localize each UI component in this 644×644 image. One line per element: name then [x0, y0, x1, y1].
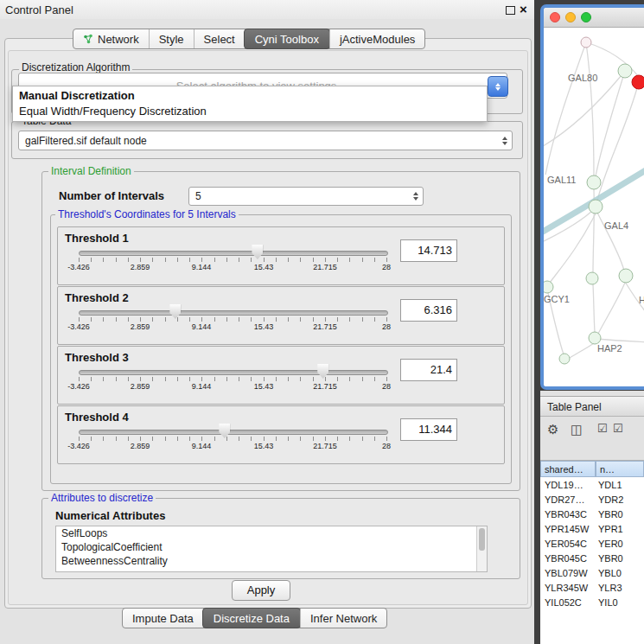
network-node[interactable]: [586, 272, 598, 284]
network-graph: GAL80 GAL11 GAL4 GCY1 HAP2 H: [544, 28, 644, 390]
table-row[interactable]: YBL079WYBL0: [540, 565, 644, 580]
cell[interactable]: YDL19…: [540, 480, 596, 490]
algorithm-option-equal-width[interactable]: Equal Width/Frequency Discretization: [13, 104, 487, 119]
cell[interactable]: YIL052C: [540, 597, 596, 608]
table-row[interactable]: YIL052CYIL0: [540, 595, 644, 609]
tab-infer-network[interactable]: Infer Network: [300, 609, 386, 628]
attributes-scrollbar[interactable]: [476, 526, 487, 571]
close-icon[interactable]: ×: [520, 2, 527, 16]
table-data-stepper-icon[interactable]: [502, 137, 507, 145]
cell[interactable]: YBR045C: [540, 553, 596, 564]
table-row[interactable]: YDR27…YDR2: [540, 492, 644, 507]
tab-style[interactable]: Style: [149, 29, 194, 48]
network-node[interactable]: [559, 354, 570, 364]
minimize-traffic-light[interactable]: [565, 12, 576, 22]
scale-label: 2.859: [131, 263, 150, 271]
network-node[interactable]: [618, 64, 632, 78]
scale-label: 28: [382, 382, 391, 391]
tab-jactivemodules[interactable]: jActiveModules: [329, 29, 424, 48]
tab-discretize-data-label: Discretize Data: [214, 612, 290, 625]
tab-select[interactable]: Select: [194, 29, 245, 48]
scale-label: -3.426: [67, 442, 90, 450]
network-canvas[interactable]: GAL80 GAL11 GAL4 GCY1 HAP2 H: [544, 28, 644, 386]
table-data-combobox[interactable]: galFiltered.sif default node: [18, 131, 513, 150]
columns-icon[interactable]: ◫: [571, 422, 583, 437]
cell[interactable]: YBR0: [596, 509, 644, 520]
cell[interactable]: YER0: [596, 539, 644, 549]
table-row[interactable]: YLR345WYLR3: [540, 580, 644, 595]
selected-red-node[interactable]: [632, 75, 644, 89]
zoom-traffic-light[interactable]: [581, 12, 591, 22]
algorithm-option-manual[interactable]: Manual Discretization: [13, 88, 487, 104]
select-all-checkbox-icon[interactable]: ☑: [597, 422, 608, 435]
table-panel-section: Table Panel ⚙ ◫ ☑ ☑ shared… n… YDL19…YDL…: [540, 391, 644, 644]
threshold-2-value-field[interactable]: 6.316: [400, 299, 457, 322]
cell[interactable]: YIL0: [596, 597, 644, 608]
cell[interactable]: YBR043C: [540, 509, 596, 520]
float-window-icon[interactable]: [506, 6, 515, 15]
bottom-tabstrip: Impute Data Discretize Data Infer Networ…: [122, 608, 387, 628]
table-row[interactable]: YPR145WYPR1: [540, 521, 644, 536]
scale-label: 2.859: [131, 442, 150, 450]
table-row[interactable]: YBR045CYBR0: [540, 551, 644, 565]
network-window-titlebar[interactable]: [544, 8, 644, 28]
node-label-partial: H: [639, 295, 644, 305]
threshold-3-slider-track[interactable]: [79, 370, 388, 375]
network-node[interactable]: [619, 269, 633, 283]
cell[interactable]: YDR2: [596, 494, 644, 505]
network-view-window[interactable]: GAL80 GAL11 GAL4 GCY1 HAP2 H: [540, 4, 644, 390]
gear-icon[interactable]: ⚙: [547, 422, 558, 437]
tab-impute-data[interactable]: Impute Data: [123, 609, 203, 628]
tab-cyni-toolbox[interactable]: Cyni Toolbox: [244, 29, 330, 49]
column-header-name[interactable]: n…: [596, 461, 644, 477]
close-traffic-light[interactable]: [550, 12, 560, 22]
scale-label: 9.144: [192, 322, 212, 331]
threshold-3-value-field[interactable]: 21.4: [400, 359, 457, 381]
cell[interactable]: YER054C: [540, 539, 596, 549]
table-row[interactable]: YDL19…YDL1: [540, 477, 644, 492]
attribute-item-betweennesscentrality[interactable]: BetweennessCentrality: [56, 554, 487, 568]
node-label-gal80: GAL80: [568, 73, 597, 83]
tab-network[interactable]: Network: [73, 29, 149, 48]
cell[interactable]: YBR0: [596, 553, 644, 564]
threshold-3-ticks: [79, 377, 387, 381]
number-of-intervals-stepper-icon[interactable]: [413, 192, 418, 201]
cell[interactable]: YDR27…: [540, 494, 596, 505]
cell[interactable]: YDL1: [596, 480, 644, 490]
apply-button[interactable]: Apply: [232, 580, 290, 601]
column-header-shared-name[interactable]: shared…: [540, 461, 596, 477]
cell[interactable]: YBL0: [596, 568, 644, 578]
threshold-2-slider-track[interactable]: [79, 310, 388, 316]
threshold-4-value-field[interactable]: 11.344: [400, 418, 457, 441]
tab-discretize-data[interactable]: Discretize Data: [202, 608, 301, 628]
scrollbar-thumb[interactable]: [479, 528, 485, 551]
cell[interactable]: YBL079W: [540, 568, 596, 578]
cell[interactable]: YLR3: [596, 583, 644, 593]
network-node[interactable]: [544, 281, 553, 293]
tab-infer-network-label: Infer Network: [310, 612, 377, 625]
node-label-gal11: GAL11: [547, 175, 576, 185]
threshold-1-value-field[interactable]: 14.713: [400, 239, 457, 262]
select-none-checkbox-icon[interactable]: ☑: [613, 422, 623, 435]
network-node[interactable]: [589, 332, 601, 344]
cell[interactable]: YPR1: [596, 524, 644, 534]
attribute-item-selfloops[interactable]: SelfLoops: [56, 526, 487, 540]
threshold-4-panel: Threshold 4 -3.426 2.859 9.144 15.43 21.…: [57, 405, 505, 464]
network-node[interactable]: [581, 37, 591, 48]
algorithm-combo-stepper[interactable]: [488, 76, 508, 97]
node-label-gcy1: GCY1: [544, 294, 570, 304]
cell[interactable]: YLR345W: [540, 583, 596, 593]
cell[interactable]: YPR145W: [540, 524, 596, 534]
number-of-intervals-combobox[interactable]: 5: [188, 187, 424, 206]
scale-label: 21.715: [313, 382, 337, 391]
network-node[interactable]: [589, 200, 603, 214]
table-row[interactable]: YBR043CYBR0: [540, 507, 644, 521]
tab-impute-data-label: Impute Data: [132, 612, 194, 625]
threshold-1-slider-track[interactable]: [79, 251, 388, 256]
table-row[interactable]: YER054CYER0: [540, 536, 644, 551]
threshold-2-panel: Threshold 2 -3.426 2.859 9.144 15.43 21.…: [57, 286, 505, 345]
network-node[interactable]: [587, 175, 601, 189]
attribute-item-topologicalcoefficient[interactable]: TopologicalCoefficient: [56, 540, 487, 554]
node-attribute-table: shared… n… YDL19…YDL1 YDR27…YDR2 YBR043C…: [540, 460, 644, 644]
threshold-4-slider-track[interactable]: [79, 430, 388, 435]
